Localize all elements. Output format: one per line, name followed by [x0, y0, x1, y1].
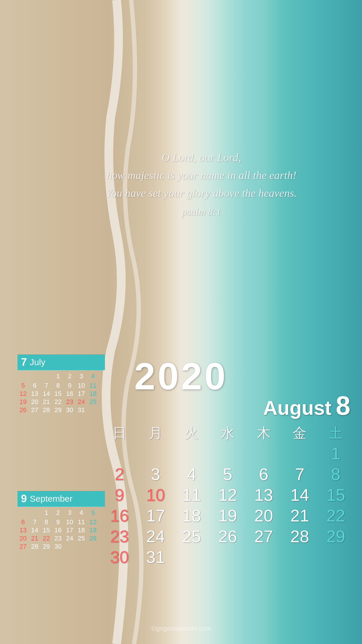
- scripture-block: O Lord, our Lord, how majestic is your n…: [58, 149, 345, 218]
- day-7: 7: [282, 464, 317, 484]
- day-5: 5: [210, 464, 245, 484]
- cal-week-2: 2 3 4 5 6 7 8: [102, 464, 353, 484]
- day-14: 14: [282, 485, 317, 505]
- day-1: 1: [318, 444, 353, 463]
- page: O Lord, our Lord, how majestic is your n…: [0, 0, 362, 644]
- day-6: 6: [246, 464, 281, 484]
- main-month-header: August 8: [102, 391, 353, 421]
- main-calendar-grid: 日 月 火 水 木 金 土 1 2 3 4: [102, 424, 353, 567]
- day-28: 28: [282, 526, 317, 546]
- cal-week-3: 9 10 11 12 13 14 15: [102, 485, 353, 505]
- september-calendar: 9 September 1 2 3 4 5 6 7 8: [17, 491, 105, 552]
- day-29: 29: [318, 526, 353, 546]
- day-20: 20: [246, 506, 281, 525]
- cal-week-4: 16 17 18 19 20 21 22: [102, 506, 353, 525]
- small-calendars: 7 July 1 2 3 4 5 6 7: [17, 354, 105, 560]
- copyright: ©gogosmaroom.com: [0, 625, 362, 632]
- header-wed: 水: [210, 424, 245, 442]
- scripture-line-3: You have set your glory above the heaven…: [106, 187, 297, 199]
- day-27: 27: [246, 526, 281, 546]
- day-21: 21: [282, 506, 317, 525]
- july-header: 7 July: [17, 354, 105, 370]
- day-15: 15: [318, 485, 353, 505]
- july-grid: 1 2 3 4 5 6 7 8 9 10 11 12: [17, 372, 105, 415]
- day-4: 4: [174, 464, 209, 484]
- day-22: 22: [318, 506, 353, 525]
- day-2: 2: [102, 464, 137, 484]
- september-header: 9 September: [17, 491, 105, 507]
- july-calendar: 7 July 1 2 3 4 5 6 7: [17, 354, 105, 415]
- day-25: 25: [174, 526, 209, 546]
- main-month-name: August: [263, 396, 331, 419]
- scripture-line-1: O Lord, our Lord,: [162, 151, 241, 164]
- header-sun: 日: [102, 424, 137, 442]
- header-fri: 金: [282, 424, 317, 442]
- scripture-reference: psalm 8:1: [58, 206, 345, 218]
- day-10: 10: [138, 485, 173, 505]
- cal-week-1: 1: [102, 444, 353, 463]
- day-19: 19: [210, 506, 245, 525]
- header-sat: 土: [318, 424, 353, 442]
- day-13: 13: [246, 485, 281, 505]
- day-31: 31: [138, 547, 173, 567]
- main-calendar: August 8 日 月 火 水 木 金 土 1: [102, 391, 353, 568]
- september-grid: 1 2 3 4 5 6 7 8 9 10 11 12: [17, 509, 105, 552]
- day-30: 30: [102, 547, 137, 567]
- header-tue: 火: [174, 424, 209, 442]
- scripture-text: O Lord, our Lord, how majestic is your n…: [58, 149, 345, 202]
- day-8: 8: [318, 464, 353, 484]
- cal-header-row: 日 月 火 水 木 金 土: [102, 424, 353, 442]
- day-26: 26: [210, 526, 245, 546]
- day-23: 23: [102, 526, 137, 546]
- september-name: September: [30, 494, 73, 504]
- header-thu: 木: [246, 424, 281, 442]
- day-18: 18: [174, 506, 209, 525]
- main-month-number: 8: [336, 391, 350, 421]
- day-3: 3: [138, 464, 173, 484]
- day-9: 9: [102, 485, 137, 505]
- september-number: 9: [21, 493, 27, 505]
- day-12: 12: [210, 485, 245, 505]
- day-17: 17: [138, 506, 173, 525]
- header-mon: 月: [138, 424, 173, 442]
- cal-week-6: 30 31: [102, 547, 353, 567]
- july-number: 7: [21, 356, 27, 368]
- day-16: 16: [102, 506, 137, 525]
- scripture-line-2: how majestic is your name in all the ear…: [106, 169, 296, 181]
- july-name: July: [30, 357, 45, 367]
- cal-week-5: 23 24 25 26 27 28 29: [102, 526, 353, 546]
- day-11: 11: [174, 485, 209, 505]
- day-24: 24: [138, 526, 173, 546]
